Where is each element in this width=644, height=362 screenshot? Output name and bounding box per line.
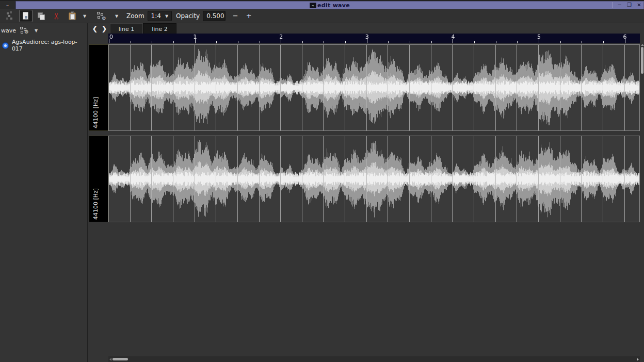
paste-button[interactable]	[66, 10, 79, 22]
wave-tool-icon[interactable]: ⚙	[20, 27, 28, 34]
minimize-button[interactable]: ─	[616, 2, 623, 9]
ruler-number: 3	[365, 34, 369, 40]
window-controls-separator	[613, 2, 613, 8]
channel-1-label-strip: 44100 [Hz]	[89, 136, 108, 222]
machine-radio[interactable]	[2, 42, 9, 49]
window-controls: ─ ❐ ✕	[613, 2, 642, 9]
titlebar: ⌄ ≈ edit wave ─ ❐ ✕	[0, 1, 644, 9]
window-title-text: edit wave	[317, 2, 350, 9]
ruler-number: 4	[451, 34, 455, 40]
copy-icon	[37, 11, 46, 21]
vertical-scrollbar-thumb[interactable]	[641, 47, 643, 74]
next-line-button[interactable]: ❯	[100, 24, 108, 34]
opacity-label: Opacity	[176, 12, 200, 20]
channel-0-label-strip: 44100 [Hz]	[89, 44, 108, 131]
vertical-scrollbar[interactable]	[640, 44, 644, 356]
zoom-combo[interactable]: 1:4 ▼	[148, 11, 172, 21]
wave-menu-chevron-icon[interactable]: ▼	[33, 28, 40, 33]
app-icon: ≈	[310, 3, 316, 8]
tool-menu-icon: ⚙	[96, 11, 106, 21]
opacity-decrement-button[interactable]: −	[230, 10, 241, 22]
position-cursor-icon	[6, 11, 15, 21]
horizontal-scrollbar-thumb[interactable]	[112, 358, 128, 360]
channel-0-samplerate-label: 44100 [Hz]	[92, 97, 99, 128]
tab-line-1[interactable]: line 1	[110, 23, 143, 35]
position-cursor-button[interactable]	[4, 10, 17, 22]
close-button[interactable]: ✕	[636, 2, 642, 9]
horizontal-scrollbar[interactable]	[108, 356, 640, 362]
timeline-ruler[interactable]: 0123456	[108, 34, 640, 43]
channel-1-samplerate-label: 44100 [Hz]	[92, 188, 99, 220]
wave-header-row: wave ⚙ ▼	[0, 23, 87, 35]
cut-icon: ✂	[52, 11, 61, 21]
ruler-number: 2	[279, 34, 283, 40]
scroll-left-icon[interactable]	[109, 358, 111, 361]
paste-menu-chevron-icon[interactable]: ▼	[81, 14, 88, 19]
select-tool-button[interactable]	[19, 10, 33, 22]
tab-line-2[interactable]: line 2	[143, 23, 176, 35]
ruler-number: 1	[194, 34, 197, 40]
ruler-number: 6	[623, 34, 627, 40]
edit-wave-window: ⌄ ≈ edit wave ─ ❐ ✕	[0, 0, 644, 362]
wave-label: wave	[1, 27, 16, 34]
waveform-channel-0[interactable]	[108, 44, 640, 131]
zoom-value: 1:4	[151, 12, 161, 20]
waveform-channel-1[interactable]	[108, 136, 640, 222]
paste-icon	[68, 11, 77, 21]
toolbar: ✂ ▼ ⚙ ▼ Zoom 1:4 ▼ Opacity 0.500 − +	[0, 9, 644, 23]
ruler-ticks-canvas	[108, 34, 640, 43]
tool-menu-chevron-icon[interactable]: ▼	[113, 14, 120, 19]
scroll-right-icon[interactable]	[637, 358, 639, 361]
prev-line-button[interactable]: ❮	[91, 24, 99, 34]
select-tool-icon	[21, 11, 30, 21]
titlebar-main[interactable]: ≈ edit wave ─ ❐ ✕	[15, 1, 644, 9]
tool-menu-button[interactable]: ⚙	[94, 10, 108, 22]
ruler-number: 0	[109, 34, 113, 40]
copy-button[interactable]	[35, 10, 48, 22]
opacity-increment-button[interactable]: +	[243, 10, 254, 22]
opacity-input[interactable]: 0.500	[203, 11, 226, 21]
machine-radio-label: AgsAudiorec: ags-loop-017	[12, 39, 87, 52]
zoom-combo-chevron-icon: ▼	[165, 14, 168, 19]
zoom-label: Zoom	[126, 12, 144, 20]
machine-radio-row[interactable]: AgsAudiorec: ags-loop-017	[0, 35, 87, 52]
sidebar: wave ⚙ ▼ AgsAudiorec: ags-loop-017	[0, 23, 88, 362]
scroll-up-icon[interactable]	[641, 44, 644, 46]
ruler-number: 5	[537, 34, 541, 40]
window-menu-button[interactable]: ⌄	[0, 1, 15, 9]
window-title: ≈ edit wave	[310, 2, 350, 9]
cut-button[interactable]: ✂	[50, 10, 63, 22]
restore-button[interactable]: ❐	[626, 2, 633, 9]
